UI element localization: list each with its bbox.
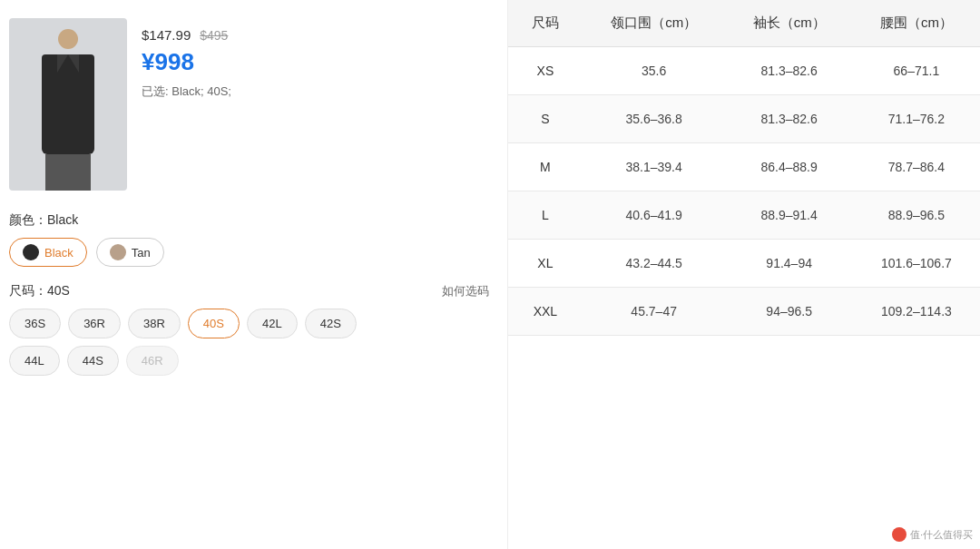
cell-waist: 71.1–76.2 bbox=[853, 95, 980, 143]
cell-sleeve: 91.4–94 bbox=[726, 240, 853, 288]
size-options-row2: 44L 44S 46R bbox=[9, 346, 489, 376]
black-swatch bbox=[23, 244, 39, 260]
cell-sleeve: 81.3–82.6 bbox=[726, 95, 853, 143]
cell-collar: 35.6 bbox=[583, 47, 726, 95]
cell-size: S bbox=[508, 95, 583, 143]
size-table-header: 尺码 领口围（cm） 袖长（cm） 腰围（cm） bbox=[508, 0, 980, 47]
cell-size: M bbox=[508, 143, 583, 191]
size-42L[interactable]: 42L bbox=[247, 309, 298, 338]
color-section-label: 颜色：Black bbox=[9, 212, 489, 229]
size-options-row1: 36S 36R 38R 40S 42L 42S bbox=[9, 309, 489, 338]
cell-waist: 88.9–96.5 bbox=[853, 191, 980, 240]
price-original: $495 bbox=[200, 28, 228, 43]
cell-size: L bbox=[508, 191, 583, 240]
size-table: 尺码 领口围（cm） 袖长（cm） 腰围（cm） XS35.681.3–82.6… bbox=[508, 0, 980, 336]
black-label: Black bbox=[44, 246, 74, 260]
size-guide-link[interactable]: 如何选码 bbox=[442, 283, 489, 299]
cell-collar: 38.1–39.4 bbox=[583, 143, 726, 191]
color-options: Black Tan bbox=[9, 238, 489, 267]
cell-waist: 101.6–106.7 bbox=[853, 240, 980, 288]
table-row: M38.1–39.486.4–88.978.7–86.4 bbox=[508, 143, 980, 191]
size-selected-value: 40S bbox=[47, 283, 70, 298]
coat-pants bbox=[45, 154, 91, 191]
color-option-tan[interactable]: Tan bbox=[96, 238, 164, 267]
cell-sleeve: 88.9–91.4 bbox=[726, 191, 853, 240]
col-collar: 领口围（cm） bbox=[583, 0, 726, 47]
color-section: 颜色：Black Black Tan bbox=[9, 212, 489, 267]
cell-collar: 43.2–44.5 bbox=[583, 240, 726, 288]
size-44S[interactable]: 44S bbox=[67, 346, 119, 376]
coat-collar bbox=[57, 54, 79, 73]
size-46R[interactable]: 46R bbox=[126, 346, 179, 376]
tan-swatch bbox=[110, 244, 126, 260]
watermark-logo bbox=[892, 527, 906, 542]
col-size: 尺码 bbox=[508, 0, 583, 47]
right-panel: 尺码 领口围（cm） 袖长（cm） 腰围（cm） XS35.681.3–82.6… bbox=[508, 0, 980, 549]
table-row: S35.6–36.881.3–82.671.1–76.2 bbox=[508, 95, 980, 143]
cell-sleeve: 94–96.5 bbox=[726, 288, 853, 336]
table-row: XXL45.7–4794–96.5109.2–114.3 bbox=[508, 288, 980, 336]
left-panel: $147.99 $495 ¥998 已选: Black; 40S; 颜色：Bla… bbox=[0, 0, 508, 549]
size-42S[interactable]: 42S bbox=[305, 309, 357, 338]
cell-collar: 35.6–36.8 bbox=[583, 95, 726, 143]
size-table-body: XS35.681.3–82.666–71.1S35.6–36.881.3–82.… bbox=[508, 47, 980, 336]
price-row: $147.99 $495 bbox=[142, 27, 489, 43]
cell-size: XL bbox=[508, 240, 583, 288]
coat-head bbox=[58, 29, 78, 49]
size-44L[interactable]: 44L bbox=[9, 346, 60, 376]
price-cny: ¥998 bbox=[142, 48, 489, 76]
col-sleeve: 袖长（cm） bbox=[726, 0, 853, 47]
cell-collar: 45.7–47 bbox=[583, 288, 726, 336]
color-selected-value: Black bbox=[47, 212, 78, 227]
cell-waist: 66–71.1 bbox=[853, 47, 980, 95]
col-waist: 腰围（cm） bbox=[853, 0, 980, 47]
cell-sleeve: 81.3–82.6 bbox=[726, 47, 853, 95]
color-label-text: 颜色： bbox=[9, 212, 47, 227]
product-top: $147.99 $495 ¥998 已选: Black; 40S; bbox=[9, 18, 489, 191]
watermark: 值·什么值得买 bbox=[892, 527, 973, 542]
product-info: $147.99 $495 ¥998 已选: Black; 40S; bbox=[142, 18, 489, 191]
color-option-black[interactable]: Black bbox=[9, 238, 87, 267]
size-40S[interactable]: 40S bbox=[188, 309, 240, 338]
size-36R[interactable]: 36R bbox=[68, 309, 121, 338]
product-image bbox=[9, 18, 127, 191]
cell-size: XS bbox=[508, 47, 583, 95]
size-header: 尺码：40S 如何选码 bbox=[9, 283, 489, 299]
size-section: 尺码：40S 如何选码 36S 36R 38R 40S 42L 42S 44L … bbox=[9, 283, 489, 376]
cell-sleeve: 86.4–88.9 bbox=[726, 143, 853, 191]
size-36S[interactable]: 36S bbox=[9, 309, 61, 338]
coat-figure bbox=[32, 27, 104, 181]
watermark-text: 值·什么值得买 bbox=[910, 528, 973, 542]
coat-body bbox=[42, 54, 94, 154]
price-usd: $147.99 bbox=[142, 27, 191, 43]
selected-info: 已选: Black; 40S; bbox=[142, 83, 489, 100]
size-label: 尺码：40S bbox=[9, 283, 70, 299]
table-row: L40.6–41.988.9–91.488.9–96.5 bbox=[508, 191, 980, 240]
cell-waist: 78.7–86.4 bbox=[853, 143, 980, 191]
cell-waist: 109.2–114.3 bbox=[853, 288, 980, 336]
cell-collar: 40.6–41.9 bbox=[583, 191, 726, 240]
cell-size: XXL bbox=[508, 288, 583, 336]
table-row: XL43.2–44.591.4–94101.6–106.7 bbox=[508, 240, 980, 288]
table-row: XS35.681.3–82.666–71.1 bbox=[508, 47, 980, 95]
size-38R[interactable]: 38R bbox=[128, 309, 181, 338]
tan-label: Tan bbox=[132, 246, 151, 260]
